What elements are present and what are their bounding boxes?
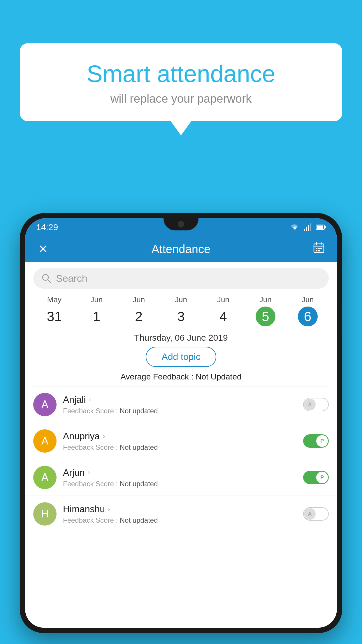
toggle-thumb: A [304,399,316,410]
speech-bubble: Smart attendance will replace your paper… [20,43,342,121]
svg-rect-5 [317,225,323,229]
student-list: AAnjali ›Feedback Score : Not updatedAAA… [25,386,337,532]
date-number[interactable]: 6 [298,307,318,326]
svg-rect-3 [310,223,311,231]
battery-icon [316,224,326,230]
student-item[interactable]: AAnupriya ›Feedback Score : Not updatedP [25,423,337,459]
date-col[interactable]: Jun4 [202,295,244,326]
search-bar[interactable]: Search [33,268,329,289]
svg-rect-13 [320,248,322,249]
search-placeholder: Search [56,273,87,284]
date-col[interactable]: Jun3 [160,295,202,326]
student-name: Anupriya › [63,431,297,442]
signal-icon [304,223,312,231]
date-month: May [33,295,75,304]
svg-rect-1 [306,227,307,231]
svg-rect-0 [304,229,305,231]
notch [164,218,198,230]
student-feedback: Feedback Score : Not updated [63,443,297,452]
bubble-subtitle: will replace your paperwork [31,92,331,105]
student-avatar: H [33,502,57,526]
student-avatar: A [33,429,57,453]
student-item[interactable]: AArjun ›Feedback Score : Not updatedP [25,459,337,496]
svg-rect-6 [325,226,326,228]
phone-container: 14:29 [20,213,342,644]
status-time: 14:29 [36,222,58,232]
student-item[interactable]: AAnjali ›Feedback Score : Not updatedA [25,386,337,423]
svg-rect-15 [318,250,320,251]
volume-up-button [20,283,20,306]
screen-content: Search May31Jun1Jun2Jun3Jun4Jun5Jun6 Thu… [25,262,337,532]
date-number[interactable]: 31 [44,307,64,326]
phone-screen: 14:29 [25,218,337,628]
date-col[interactable]: Jun2 [118,295,160,326]
student-name: Himanshu › [63,504,297,514]
speech-bubble-container: Smart attendance will replace your paper… [20,43,342,121]
date-month: Jun [287,295,329,304]
student-avatar: A [33,466,57,489]
student-item[interactable]: HHimanshu ›Feedback Score : Not updatedA [25,496,337,532]
calendar-icon[interactable] [310,242,328,256]
wifi-icon [290,223,300,231]
date-col[interactable]: Jun5 [244,295,287,326]
date-number[interactable]: 2 [129,307,149,326]
date-month: Jun [202,295,244,304]
date-month: Jun [118,295,160,304]
date-month: Jun [244,295,287,304]
student-feedback: Feedback Score : Not updated [63,407,297,415]
svg-line-17 [48,279,50,282]
student-name: Anjali › [63,394,297,405]
camera-dot [178,221,184,228]
svg-rect-12 [318,248,320,249]
student-info: Himanshu ›Feedback Score : Not updated [63,504,297,524]
close-button[interactable]: ✕ [34,242,52,256]
status-bar: 14:29 [25,218,337,236]
search-icon [41,273,51,283]
app-bar: ✕ Attendance [25,236,337,262]
date-number[interactable]: 4 [213,307,233,326]
attendance-toggle[interactable]: P [303,471,329,484]
student-info: Anjali ›Feedback Score : Not updated [63,394,297,415]
date-col[interactable]: May31 [33,295,75,326]
app-bar-title: Attendance [52,243,310,256]
date-col[interactable]: Jun1 [75,295,118,326]
avg-feedback: Average Feedback : Not Updated [25,372,337,382]
date-month: Jun [75,295,118,304]
svg-rect-14 [316,250,317,251]
attendance-toggle[interactable]: A [303,507,329,521]
student-info: Anupriya ›Feedback Score : Not updated [63,431,297,452]
power-button [342,306,342,335]
add-topic-container: Add topic [25,347,337,367]
date-number[interactable]: 5 [256,307,275,326]
add-topic-button[interactable]: Add topic [146,347,216,367]
chevron-icon: › [89,396,91,404]
svg-rect-2 [308,225,309,231]
student-avatar: A [33,393,57,416]
bubble-title: Smart attendance [31,61,331,87]
toggle-thumb: P [316,435,328,447]
selected-date-label: Thursday, 06 June 2019 [25,326,337,347]
attendance-toggle[interactable]: A [303,398,329,411]
student-info: Arjun ›Feedback Score : Not updated [63,467,297,488]
status-icons [290,223,326,231]
phone-frame: 14:29 [20,213,342,633]
student-feedback: Feedback Score : Not updated [63,516,297,524]
svg-rect-11 [316,248,317,249]
date-number[interactable]: 3 [171,307,191,326]
toggle-thumb: A [304,508,316,520]
date-strip: May31Jun1Jun2Jun3Jun4Jun5Jun6 [25,289,337,326]
date-month: Jun [160,295,202,304]
student-name: Arjun › [63,467,297,478]
chevron-icon: › [103,432,105,440]
student-feedback: Feedback Score : Not updated [63,480,297,488]
volume-down-button [20,312,20,335]
toggle-thumb: P [316,472,328,483]
chevron-icon: › [108,505,110,513]
attendance-toggle[interactable]: P [303,434,329,448]
date-col[interactable]: Jun6 [287,295,329,326]
chevron-icon: › [88,468,90,477]
date-number[interactable]: 1 [87,307,106,326]
